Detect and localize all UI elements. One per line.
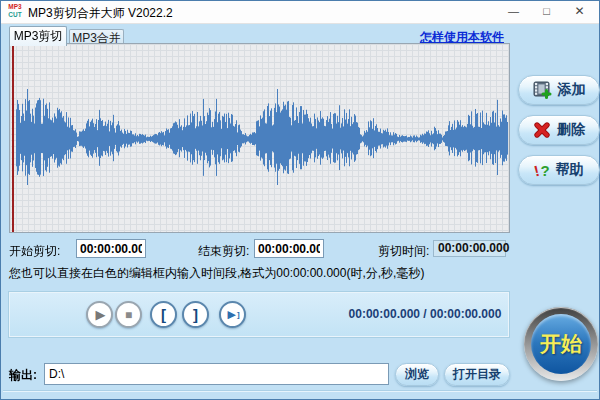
start-button[interactable]: 开始 bbox=[524, 307, 598, 381]
play-button[interactable]: ▶ bbox=[86, 301, 113, 328]
start-button-label: 开始 bbox=[531, 314, 591, 374]
delete-button-label: 删除 bbox=[557, 121, 585, 139]
play-selection-button[interactable]: ▶] bbox=[219, 301, 246, 328]
help-button[interactable]: !? 帮助 bbox=[518, 155, 600, 185]
stop-icon: ■ bbox=[125, 308, 132, 322]
delete-button[interactable]: 删除 bbox=[518, 115, 600, 145]
playback-time-display: 00:00:00.000 / 00:00:00.000 bbox=[340, 307, 510, 321]
mark-end-button[interactable]: ] bbox=[182, 301, 209, 328]
waveform-panel[interactable] bbox=[9, 43, 510, 233]
waveform-canvas[interactable] bbox=[10, 44, 509, 232]
hint-text: 您也可以直接在白色的编辑框内输入时间段,格式为00:00:00.000(时,分,… bbox=[9, 265, 424, 282]
app-window: MP3 CUT MP3剪切合并大师 V2022.2 — □ ✕ MP3剪切 MP… bbox=[0, 0, 600, 400]
app-logo-icon: MP3 CUT bbox=[6, 3, 24, 20]
right-bracket-icon: ] bbox=[193, 307, 198, 322]
playhead-position-line[interactable] bbox=[12, 44, 14, 232]
cut-duration-label: 剪切时间: bbox=[378, 243, 429, 260]
bottom-divider bbox=[3, 390, 597, 392]
stop-button[interactable]: ■ bbox=[115, 301, 142, 328]
minimize-icon[interactable]: — bbox=[499, 1, 528, 22]
title-bar: MP3 CUT MP3剪切合并大师 V2022.2 — □ ✕ bbox=[1, 1, 599, 24]
left-bracket-icon: [ bbox=[161, 307, 166, 322]
logo-top: MP3 bbox=[7, 3, 24, 10]
tab-mp3-cut[interactable]: MP3剪切 bbox=[9, 26, 67, 46]
logo-bottom: CUT bbox=[7, 11, 24, 18]
start-cut-input[interactable] bbox=[76, 239, 146, 258]
delete-x-icon bbox=[533, 121, 551, 139]
player-panel: ▶ ■ [ ] ▶] 00:00:00.000 / 00:00:00.000 bbox=[9, 292, 509, 337]
maximize-icon[interactable]: □ bbox=[532, 1, 561, 22]
play-icon: ▶ bbox=[96, 307, 106, 322]
play-selection-icon: ▶ bbox=[227, 308, 235, 321]
end-cut-input[interactable] bbox=[254, 239, 324, 258]
open-directory-button[interactable]: 打开目录 bbox=[444, 363, 510, 386]
browse-button[interactable]: 浏览 bbox=[395, 363, 439, 386]
start-cut-label: 开始剪切: bbox=[9, 243, 60, 260]
output-path-input[interactable] bbox=[44, 363, 389, 385]
output-label: 输出: bbox=[9, 367, 37, 384]
help-button-label: 帮助 bbox=[556, 161, 584, 179]
add-button-label: 添加 bbox=[558, 81, 586, 99]
end-cut-label: 结束剪切: bbox=[198, 243, 249, 260]
help-icon: !? bbox=[534, 163, 549, 178]
add-media-icon bbox=[533, 81, 552, 99]
cut-duration-value: 00:00:00.000 bbox=[433, 240, 506, 257]
window-title: MP3剪切合并大师 V2022.2 bbox=[28, 5, 173, 22]
add-button[interactable]: 添加 bbox=[518, 75, 600, 105]
mark-start-button[interactable]: [ bbox=[150, 301, 177, 328]
close-icon[interactable]: ✕ bbox=[565, 1, 594, 22]
